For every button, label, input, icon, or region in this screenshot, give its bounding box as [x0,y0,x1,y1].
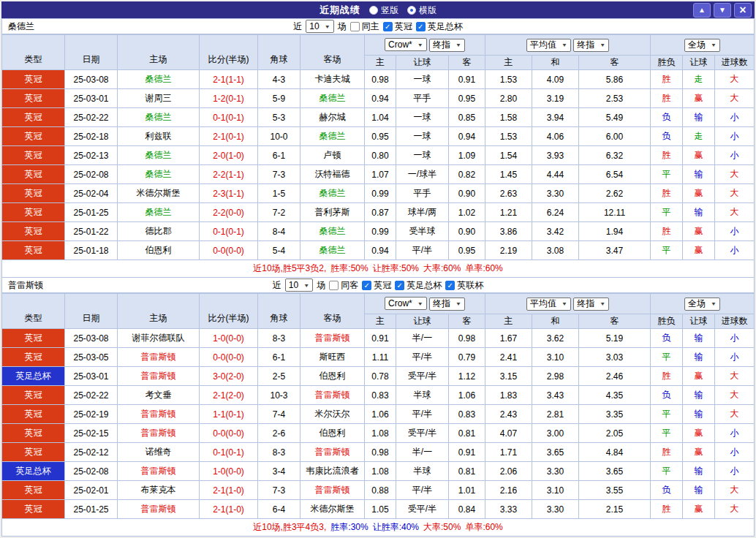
euro-odds-time-select[interactable]: 终指▼ [573,39,609,52]
match-row: 英冠25-02-18利兹联2-1(0-1)10-0桑德兰0.95一球0.941.… [2,127,755,146]
close-button[interactable]: × [734,3,752,18]
home-team-name: 利兹联 [118,127,200,146]
competition-filter[interactable]: ✓英冠 [383,20,412,33]
euro-home-odds: 2.06 [485,462,532,481]
corner-count: 8-4 [258,222,300,241]
euro-away-odds: 6.32 [579,146,651,165]
handicap-line: 平手 [396,184,449,203]
league-badge: 英冠 [2,89,65,108]
goals-result: 大 [715,165,755,184]
home-team-name: 桑德兰 [118,146,200,165]
euro-away-odds: 3.47 [579,241,651,260]
win-loss-result: 负 [651,481,683,500]
handicap-away-odds: 0.91 [449,70,485,89]
scope-select[interactable]: 全场▼ [684,39,720,52]
euro-home-odds: 1.53 [485,127,532,146]
chevron-down-icon: ▼ [600,42,605,48]
goals-result: 小 [715,127,755,146]
competition-filter[interactable]: ✓英冠 [362,279,391,292]
euro-home-odds: 2.63 [485,184,532,203]
score: 0-1(0-1) [200,222,258,241]
col-header-handicap-home: 主 [365,314,396,329]
match-date: 25-03-05 [65,348,118,367]
checkbox-checked-icon: ✓ [416,22,426,31]
score: 1-1(0-1) [200,405,258,424]
handicap-line: 平/半 [396,481,449,500]
euro-home-odds: 1.67 [485,329,532,348]
home-team-name: 普雷斯顿 [118,405,200,424]
col-header-corner: 角球 [258,294,300,329]
handicap-odds-time-select[interactable]: 终指▼ [429,39,465,52]
match-count-select[interactable]: 10▼ [285,279,313,292]
score: 0-1(0-1) [200,108,258,127]
win-loss-result: 胜 [651,146,683,165]
handicap-odds-time-select[interactable]: 终指▼ [429,298,465,311]
goals-result: 小 [715,443,755,462]
handicap-away-odds: 0.83 [449,405,485,424]
handicap-away-odds: 0.81 [449,462,485,481]
league-badge: 英足总杯 [2,462,65,481]
same-venue-filter[interactable]: 同客 [329,279,358,292]
corner-count: 6-1 [258,146,300,165]
away-team-name: 桑德兰 [300,184,365,203]
handicap-result: 输 [683,348,715,367]
handicap-result: 赢 [683,443,715,462]
home-team-name: 普雷斯顿 [118,367,200,386]
euro-odds-source-select[interactable]: 平均值▼ [526,298,571,311]
win-loss-result: 胜 [651,89,683,108]
score: 0-0(0-0) [200,424,258,443]
handicap-result: 赢 [683,146,715,165]
match-row: 英冠25-02-15普雷斯顿0-0(0-0)2-6伯恩利1.08受平/半0.81… [2,424,755,443]
euro-draw-odds: 6.24 [532,203,579,222]
handicap-result: 赢 [683,184,715,203]
corner-count: 5-3 [258,108,300,127]
league-badge: 英冠 [2,500,65,519]
corner-count: 8-3 [258,329,300,348]
corner-count: 2-6 [258,424,300,443]
col-header-home: 主场 [118,294,200,329]
match-date: 25-01-18 [65,241,118,260]
match-count-select[interactable]: 10▼ [306,20,333,33]
scope-value: 全场 [688,298,706,310]
win-loss-result: 胜 [651,70,683,89]
matches-table: 类型 日期 主场 比分(半场) 角球 客场 Crow*▼ 终指▼ 平均值▼ 终指… [1,34,755,260]
goals-result: 大 [715,405,755,424]
handicap-odds-source-select[interactable]: Crow*▼ [385,38,427,51]
same-venue-filter[interactable]: 同主 [350,20,379,33]
competition-filter[interactable]: ✓英足总杯 [395,279,442,292]
home-team-name: 布莱克本 [118,481,200,500]
match-date: 25-03-08 [65,329,118,348]
col-header-handicap-home: 主 [365,56,396,70]
competition-filter[interactable]: ✓英足总杯 [416,20,463,33]
scope-group: 全场▼ [651,294,755,314]
euro-away-odds: 4.84 [579,443,651,462]
goals-result: 小 [715,108,755,127]
competition-filter[interactable]: ✓英联杯 [445,279,483,292]
euro-odds-time-select[interactable]: 终指▼ [573,298,609,311]
win-loss-result: 负 [651,108,683,127]
layout-horizontal-option[interactable]: 横版 [407,4,436,17]
summary-segment: 让胜率:40% [373,521,419,534]
handicap-line: 一球 [396,70,449,89]
scope-select[interactable]: 全场▼ [684,298,720,311]
layout-vertical-option[interactable]: 竖版 [369,4,398,17]
move-up-button[interactable]: ▲ [693,3,711,18]
match-row: 英冠25-02-04米德尔斯堡2-3(1-1)1-5桑德兰0.99平手0.902… [2,184,755,203]
league-badge: 英冠 [2,222,65,241]
match-row: 英冠25-01-22德比郡0-1(0-1)8-4桑德兰0.99受半球0.903.… [2,222,755,241]
euro-odds-source-select[interactable]: 平均值▼ [526,39,571,52]
handicap-home-odds: 0.83 [365,386,396,405]
col-header-result: 胜负 [651,314,683,329]
section-summary: 近10场,胜5平3负2,胜率:50%让胜率:50%大率:60%单率:60% [1,260,755,278]
col-header-score: 比分(半场) [200,294,258,329]
move-down-button[interactable]: ▼ [714,3,731,18]
league-badge: 英冠 [2,329,65,348]
handicap-odds-source-select[interactable]: Crow*▼ [385,297,427,310]
handicap-away-odds: 0.82 [449,165,485,184]
score: 2-1(0-1) [200,127,258,146]
win-loss-result: 负 [651,329,683,348]
window-title: 近期战绩 [320,4,360,17]
handicap-home-odds: 0.95 [365,127,396,146]
titlebar[interactable]: 近期战绩 竖版 横版 ▲ ▼ × [1,1,755,19]
handicap-home-odds: 0.99 [365,222,396,241]
